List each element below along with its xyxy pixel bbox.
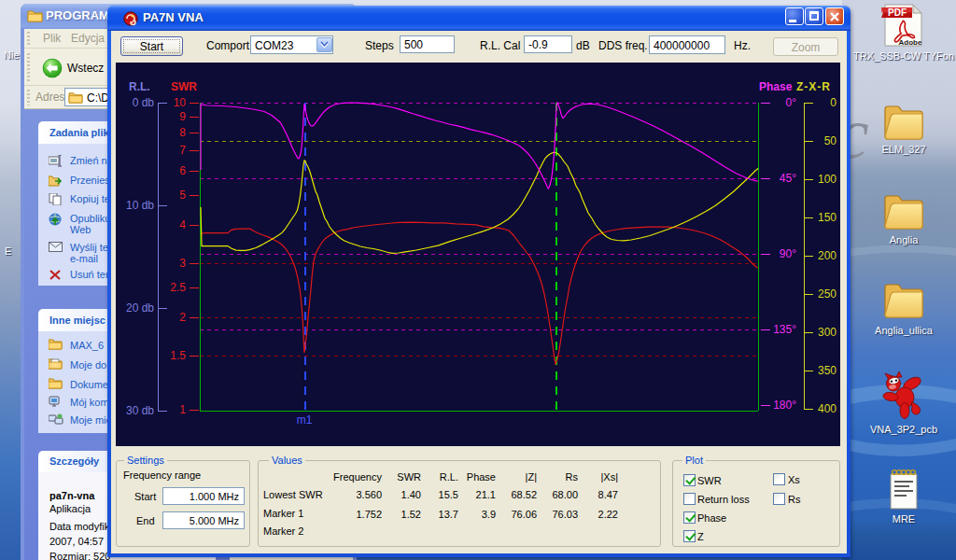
- svg-text:5: 5: [179, 189, 186, 202]
- svg-text:6: 6: [179, 164, 186, 177]
- svg-text:m1: m1: [297, 413, 313, 427]
- svg-text:90°: 90°: [780, 247, 796, 260]
- svg-text:50: 50: [824, 134, 837, 147]
- svg-text:20 db: 20 db: [126, 301, 154, 315]
- svg-text:4: 4: [179, 218, 186, 231]
- svg-text:1.5: 1.5: [170, 349, 186, 362]
- svg-text:10: 10: [174, 96, 187, 109]
- svg-text:10 db: 10 db: [126, 199, 154, 212]
- svg-text:180°: 180°: [773, 399, 796, 412]
- svg-text:150: 150: [818, 211, 836, 224]
- svg-text:Phase: Phase: [759, 80, 793, 93]
- svg-text:8: 8: [179, 126, 186, 139]
- svg-text:9: 9: [179, 110, 186, 123]
- svg-text:0 db: 0 db: [133, 96, 155, 109]
- svg-text:45°: 45°: [780, 172, 796, 185]
- svg-text:350: 350: [818, 364, 836, 377]
- svg-text:300: 300: [818, 326, 836, 339]
- svg-text:250: 250: [818, 287, 836, 301]
- svg-text:1: 1: [179, 403, 186, 416]
- svg-text:30 db: 30 db: [126, 404, 154, 417]
- svg-text:7: 7: [179, 144, 186, 157]
- svg-text:135°: 135°: [773, 323, 796, 336]
- svg-text:R.L.: R.L.: [129, 80, 150, 93]
- svg-text:2: 2: [179, 311, 186, 324]
- svg-text:100: 100: [818, 173, 836, 186]
- svg-text:0: 0: [830, 96, 836, 109]
- svg-text:0°: 0°: [786, 96, 797, 109]
- svg-text:Z-X-R: Z-X-R: [796, 80, 831, 93]
- svg-text:2.5: 2.5: [170, 281, 186, 294]
- svg-text:SWR: SWR: [171, 80, 197, 93]
- svg-text:Adobe: Adobe: [899, 38, 922, 47]
- svg-text:400: 400: [818, 402, 836, 415]
- svg-text:PDF: PDF: [888, 7, 907, 18]
- svg-text:3: 3: [179, 257, 186, 270]
- svg-text:200: 200: [818, 249, 836, 262]
